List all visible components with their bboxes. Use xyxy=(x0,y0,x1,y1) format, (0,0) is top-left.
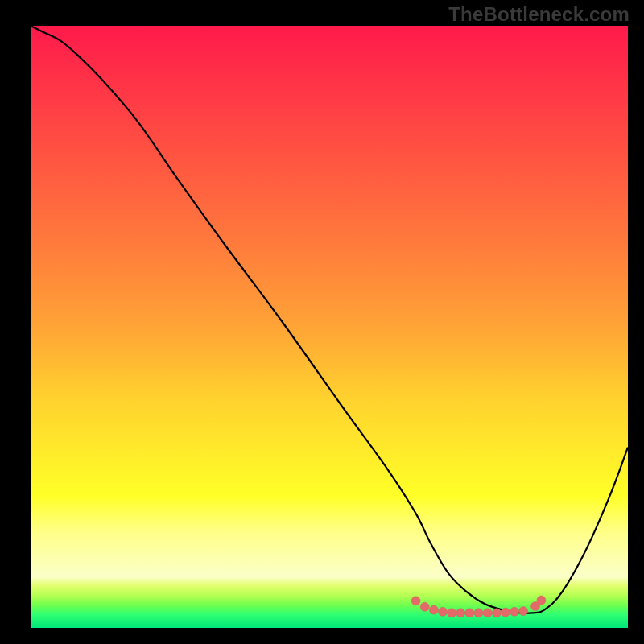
marker-dot xyxy=(429,605,438,614)
marker-dot xyxy=(456,609,465,617)
marker-dot xyxy=(474,609,483,617)
marker-dot xyxy=(448,609,456,617)
marker-dot xyxy=(438,607,447,616)
marker-dot xyxy=(501,608,510,617)
chart-svg xyxy=(0,0,644,644)
marker-dot xyxy=(492,609,501,617)
plot-panel xyxy=(31,26,628,628)
marker-dot xyxy=(411,597,420,605)
marker-dot xyxy=(483,609,492,617)
marker-dot xyxy=(519,607,528,616)
marker-dot xyxy=(465,609,474,617)
marker-dot xyxy=(420,602,429,611)
marker-dot xyxy=(510,607,519,616)
chart-frame: TheBottleneck.com xyxy=(0,0,644,644)
marker-dot xyxy=(537,596,546,605)
